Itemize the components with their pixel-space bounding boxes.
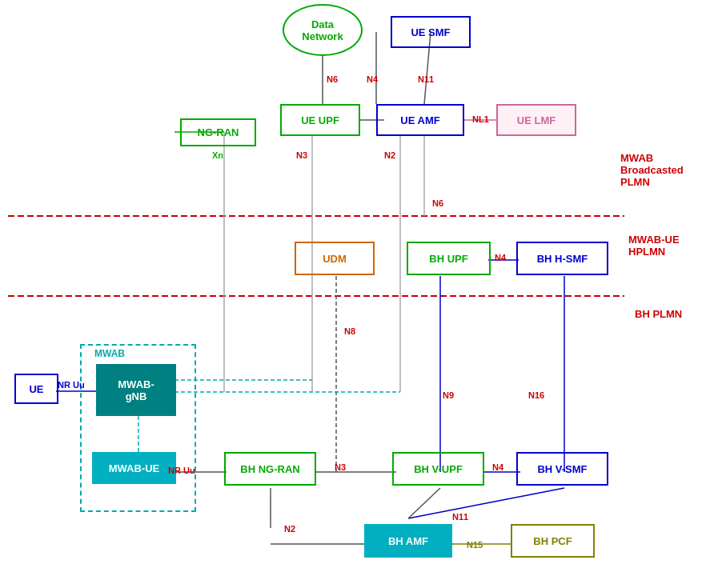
bh-amf-node: BH AMF [364,524,452,558]
n15-label: N15 [467,540,483,550]
diagram-container: Data Network UE SMF UE UPF UE AMF UE LMF… [0,0,702,588]
ng-ran-label: NG-RAN [198,126,239,138]
bh-upf-label: BH UPF [429,253,467,265]
n8-label: N8 [344,326,355,336]
data-network-node: Data Network [283,4,363,56]
mwab-gnb-node: MWAB- gNB [96,364,176,416]
bh-vsmf-label: BH V-SMF [537,463,587,475]
bh-vupf-node: BH V-UPF [392,452,484,486]
bh-vupf-label: BH V-UPF [414,463,463,475]
mwab-ue-hplmn-label: MWAB-UEHPLMN [628,234,680,258]
udm-node: UDM [295,242,375,275]
ue-lmf-node: UE LMF [496,104,576,136]
mwab-ue-label: MWAB-UE [109,462,160,474]
n9-label: N9 [443,390,454,400]
mwab-ue-node: MWAB-UE [92,452,176,484]
udm-label: UDM [323,253,347,265]
bh-pcf-node: BH PCF [511,524,595,558]
nr-uu-bottom-label: NR Uu [168,466,195,475]
ue-label: UE [29,383,43,395]
data-network-label: Data Network [302,18,343,42]
bh-vsmf-node: BH V-SMF [516,452,608,486]
n3-bottom-label: N3 [335,462,346,472]
n3-top-label: N3 [296,150,307,160]
n4-top-label: N4 [367,74,378,84]
mwab-box-label: MWAB [94,348,125,359]
bh-hsmf-node: BH H-SMF [516,242,608,275]
bh-hsmf-label: BH H-SMF [537,253,588,265]
xn-label: Xn [212,150,223,160]
n4-bh-label: N4 [495,253,506,262]
ue-node: UE [14,374,58,404]
ng-ran-node: NG-RAN [180,118,256,146]
n16-label: N16 [528,390,544,400]
mwab-broadcasted-label: MWABBroadcastedPLMN [620,152,684,188]
ue-smf-node: UE SMF [391,16,471,48]
bh-plmn-label: BH PLMN [635,308,682,320]
ue-smf-label: UE SMF [411,26,450,38]
n11-bottom-label: N11 [452,512,468,522]
n2-top-label: N2 [384,150,395,160]
bh-pcf-label: BH PCF [533,535,572,547]
bh-ngran-label: BH NG-RAN [240,463,299,475]
n6-top-label: N6 [327,74,338,84]
nl1-label: NL1 [472,114,489,124]
bh-amf-label: BH AMF [388,535,428,547]
n4-bottom-label: N4 [492,462,503,472]
ue-upf-label: UE UPF [301,114,339,126]
ue-amf-label: UE AMF [400,114,439,126]
svg-line-26 [408,488,564,518]
n11-top-label: N11 [418,74,434,84]
bh-upf-node: BH UPF [407,242,491,275]
mwab-gnb-label: MWAB- gNB [118,378,154,402]
n6-mid-label: N6 [432,198,443,208]
nr-uu-top-label: NR Uu [58,380,85,390]
ue-upf-node: UE UPF [280,104,360,136]
svg-line-27 [408,488,440,518]
bh-ngran-node: BH NG-RAN [224,452,316,486]
n2-bottom-label: N2 [284,524,295,534]
ue-lmf-label: UE LMF [517,114,556,126]
ue-amf-node: UE AMF [376,104,464,136]
